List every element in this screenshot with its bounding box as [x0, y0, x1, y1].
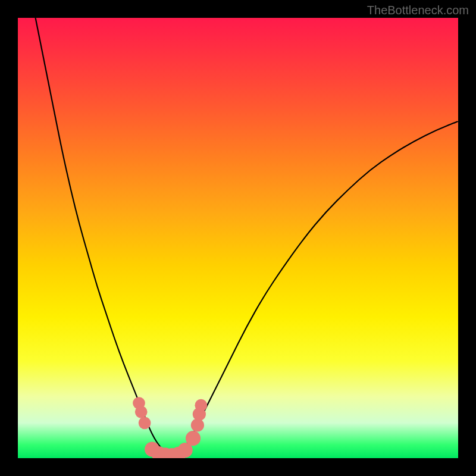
- watermark-text: TheBottleneck.com: [367, 4, 469, 17]
- plot-background: [18, 18, 458, 458]
- chart-container: TheBottleneck.com: [0, 0, 476, 476]
